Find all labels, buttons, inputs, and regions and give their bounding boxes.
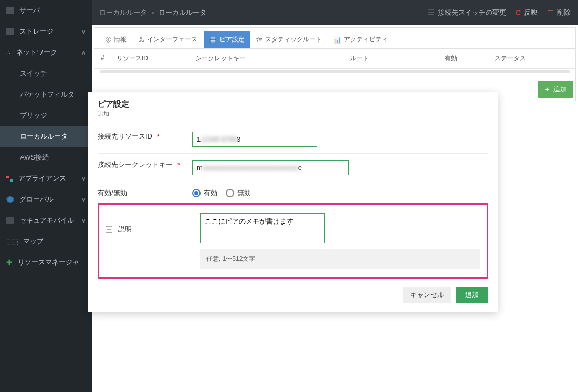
secret-key-label: 接続先シークレットキー* bbox=[98, 160, 192, 169]
switch-icon: ☰ bbox=[428, 8, 435, 17]
plus-icon: ＋ bbox=[544, 84, 551, 94]
resource-id-label: 接続先リソースID* bbox=[98, 132, 192, 141]
map-icon: ⬚⬚ bbox=[6, 238, 18, 246]
horizontal-scrollbar[interactable] bbox=[100, 70, 570, 73]
sidebar: サーバ ストレージ ∨ ∴ネットワーク ∧ スイッチ パケットフィルタ ブリッジ… bbox=[0, 0, 92, 392]
col-enabled: 有効 bbox=[445, 54, 495, 63]
resource-id-input[interactable]: 112345 67893 bbox=[192, 132, 317, 147]
add-button[interactable]: ＋追加 bbox=[538, 81, 573, 98]
cancel-button[interactable]: キャンセル bbox=[403, 287, 451, 303]
globe-icon bbox=[6, 196, 14, 203]
sidebar-item-network[interactable]: ∴ネットワーク ∧ bbox=[0, 42, 92, 63]
sidebar-item-global[interactable]: グローバル ∨ bbox=[0, 189, 92, 210]
peer-modal: ピア設定 追加 接続先リソースID* 112345 67893 接続先シークレッ… bbox=[88, 92, 498, 312]
sidebar-item-appliance[interactable]: アプライアンス ∨ bbox=[0, 168, 92, 189]
reflect-icon: C bbox=[516, 8, 521, 17]
interface-icon: 🖧 bbox=[138, 36, 144, 44]
mobile-icon bbox=[6, 217, 14, 224]
sidebar-sub-localrouter[interactable]: ローカルルータ bbox=[0, 126, 92, 147]
chevron-down-icon: ∨ bbox=[81, 196, 86, 203]
tab-static-route[interactable]: 🗺スタティックルート bbox=[251, 31, 327, 48]
enabled-label: 有効/無効 bbox=[98, 188, 192, 198]
network-icon: ∴ bbox=[6, 50, 11, 55]
chevron-down-icon: ∨ bbox=[81, 217, 86, 224]
peer-icon: 📇 bbox=[209, 36, 217, 44]
appliance-icon bbox=[6, 176, 13, 182]
reflect-button[interactable]: C反映 bbox=[516, 8, 538, 17]
tab-info[interactable]: 🛈情報 bbox=[100, 31, 132, 48]
description-highlight: 説明 任意, 1〜512文字 bbox=[98, 203, 488, 279]
sidebar-sub-aws[interactable]: AWS接続 bbox=[0, 147, 92, 168]
table-header: # リソースID シークレットキー ルート 有効 ステータス bbox=[94, 49, 575, 69]
resource-icon: ✚ bbox=[6, 258, 13, 267]
delete-icon: ▦ bbox=[547, 8, 554, 17]
col-secret: シークレットキー bbox=[195, 54, 350, 63]
description-help: 任意, 1〜512文字 bbox=[200, 249, 480, 269]
tabs: 🛈情報 🖧インターフェース 📇ピア設定 🗺スタティックルート 📊アクティビティ bbox=[94, 28, 575, 49]
chevron-up-icon: ∧ bbox=[81, 49, 86, 56]
sidebar-item-resource-manager[interactable]: ✚リソースマネージャ bbox=[0, 252, 92, 273]
activity-icon: 📊 bbox=[333, 36, 341, 44]
server-icon bbox=[6, 7, 14, 14]
sidebar-item-storage[interactable]: ストレージ ∨ bbox=[0, 21, 92, 42]
submit-button[interactable]: 追加 bbox=[456, 287, 488, 303]
route-icon: 🗺 bbox=[256, 36, 262, 44]
col-resource-id: リソースID bbox=[117, 54, 195, 63]
tab-interface[interactable]: 🖧インターフェース bbox=[133, 31, 203, 48]
chevron-down-icon: ∨ bbox=[81, 28, 86, 35]
breadcrumb-root[interactable]: ローカルルータ bbox=[99, 8, 147, 16]
note-icon bbox=[106, 226, 112, 233]
breadcrumb: ローカルルータ » ローカルルータ bbox=[99, 8, 206, 17]
sidebar-sub-bridge[interactable]: ブリッジ bbox=[0, 105, 92, 126]
col-index: # bbox=[101, 54, 117, 63]
chevron-down-icon: ∨ bbox=[81, 175, 86, 182]
sidebar-sub-packetfilter[interactable]: パケットフィルタ bbox=[0, 84, 92, 105]
col-status: ステータス bbox=[495, 54, 563, 63]
switch-change-button[interactable]: ☰接続先スイッチの変更 bbox=[428, 8, 506, 17]
sidebar-item-secure-mobile[interactable]: セキュアモバイル ∨ bbox=[0, 210, 92, 231]
secret-key-input[interactable]: mxxxxxxxxxxxxxxxxxxxxxxxxxxxxe bbox=[192, 160, 349, 175]
tab-activity[interactable]: 📊アクティビティ bbox=[328, 31, 393, 48]
sidebar-item-server[interactable]: サーバ bbox=[0, 0, 92, 21]
info-icon: 🛈 bbox=[105, 36, 111, 44]
col-route: ルート bbox=[350, 54, 445, 63]
tab-peer[interactable]: 📇ピア設定 bbox=[204, 31, 250, 48]
breadcrumb-current: ローカルルータ bbox=[159, 8, 206, 16]
description-label: 説明 bbox=[106, 213, 200, 234]
description-textarea[interactable] bbox=[200, 213, 325, 243]
sidebar-item-map[interactable]: ⬚⬚マップ bbox=[0, 231, 92, 252]
delete-button[interactable]: ▦削除 bbox=[547, 8, 571, 17]
topbar: ローカルルータ » ローカルルータ ☰接続先スイッチの変更 C反映 ▦削除 bbox=[92, 0, 578, 25]
enabled-radio-on[interactable]: 有効 bbox=[192, 188, 217, 198]
sidebar-sub-switch[interactable]: スイッチ bbox=[0, 63, 92, 84]
modal-subtitle: 追加 bbox=[98, 110, 488, 118]
modal-title: ピア設定 bbox=[98, 99, 488, 109]
storage-icon bbox=[6, 28, 14, 35]
enabled-radio-off[interactable]: 無効 bbox=[226, 188, 251, 198]
